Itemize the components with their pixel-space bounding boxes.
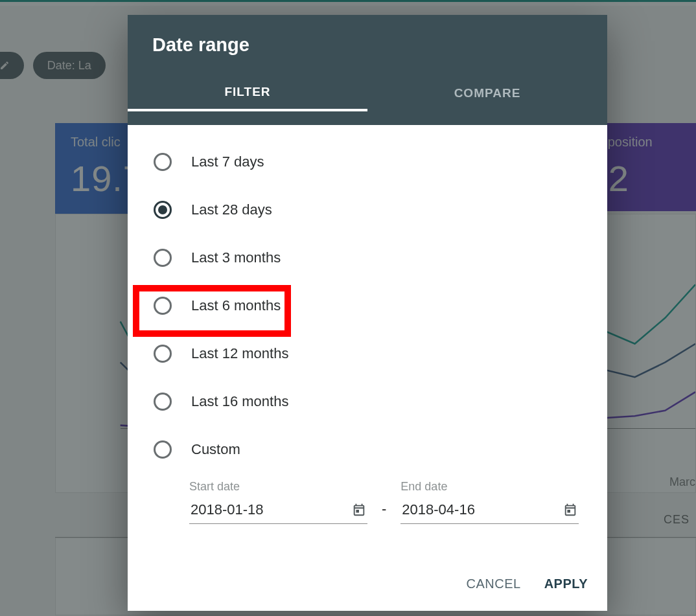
calendar-icon[interactable] bbox=[352, 503, 366, 517]
radio-label: Last 6 months bbox=[191, 297, 281, 314]
tab-filter[interactable]: FILTER bbox=[128, 75, 367, 111]
radio-icon bbox=[154, 201, 172, 219]
radio-icon bbox=[154, 440, 172, 459]
radio-option-custom[interactable]: Custom bbox=[154, 426, 588, 473]
radio-label: Last 12 months bbox=[191, 345, 288, 362]
radio-label: Last 7 days bbox=[191, 154, 264, 170]
radio-list: Last 7 daysLast 28 daysLast 3 monthsLast… bbox=[154, 138, 588, 473]
field-label: Start date bbox=[189, 480, 367, 494]
dialog-actions: CANCEL APPLY bbox=[128, 556, 607, 611]
radio-option-16m[interactable]: Last 16 months bbox=[154, 378, 588, 426]
radio-icon bbox=[154, 345, 172, 363]
radio-option-12m[interactable]: Last 12 months bbox=[154, 330, 588, 378]
date-range-dialog: Date range FILTER COMPARE Last 7 daysLas… bbox=[128, 15, 607, 611]
start-date-value[interactable]: 2018-01-18 bbox=[191, 501, 352, 518]
radio-icon bbox=[154, 249, 172, 267]
radio-option-6m[interactable]: Last 6 months bbox=[154, 282, 588, 330]
radio-option-28d[interactable]: Last 28 days bbox=[154, 186, 588, 234]
radio-icon bbox=[154, 153, 172, 171]
radio-option-7d[interactable]: Last 7 days bbox=[154, 138, 588, 186]
start-date-field[interactable]: Start date 2018-01-18 bbox=[189, 480, 367, 524]
radio-label: Custom bbox=[191, 441, 240, 458]
radio-label: Last 28 days bbox=[191, 201, 272, 218]
radio-icon bbox=[154, 297, 172, 315]
apply-button[interactable]: APPLY bbox=[544, 576, 588, 591]
dialog-tabs: FILTER COMPARE bbox=[128, 75, 607, 111]
cancel-button[interactable]: CANCEL bbox=[467, 576, 521, 591]
radio-label: Last 3 months bbox=[191, 249, 281, 266]
tab-compare[interactable]: COMPARE bbox=[367, 75, 607, 111]
calendar-icon[interactable] bbox=[563, 503, 577, 517]
field-label: End date bbox=[400, 480, 579, 494]
dialog-body: Last 7 daysLast 28 daysLast 3 monthsLast… bbox=[128, 125, 607, 556]
radio-icon bbox=[154, 393, 172, 411]
date-range-separator: - bbox=[379, 501, 389, 524]
custom-date-row: Start date 2018-01-18 - End date 2018-04… bbox=[154, 480, 588, 524]
dialog-header: Date range FILTER COMPARE bbox=[128, 15, 607, 125]
radio-label: Last 16 months bbox=[191, 393, 288, 410]
dialog-title: Date range bbox=[128, 34, 607, 75]
end-date-value[interactable]: 2018-04-16 bbox=[402, 501, 563, 518]
end-date-field[interactable]: End date 2018-04-16 bbox=[400, 480, 579, 524]
radio-option-3m[interactable]: Last 3 months bbox=[154, 234, 588, 282]
